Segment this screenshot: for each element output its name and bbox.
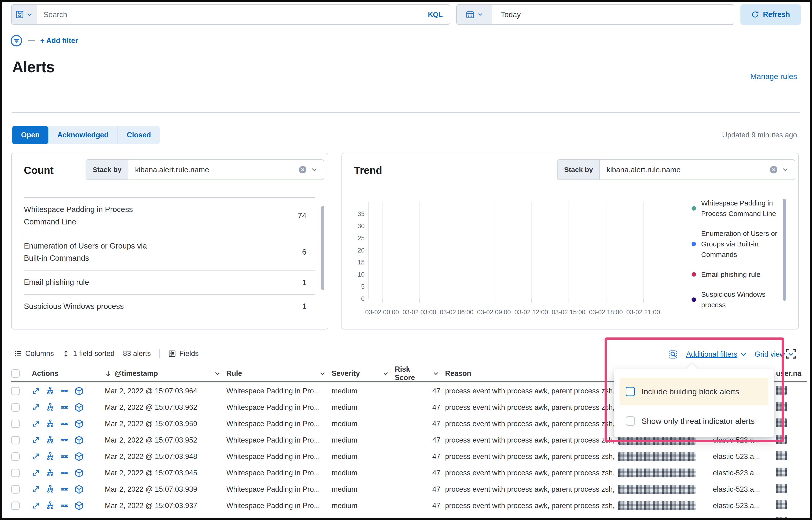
fields-button[interactable]: Fields [168, 349, 199, 358]
cell-timestamp[interactable]: Mar 2, 2022 @ 15:07:03.945 [105, 469, 226, 477]
cell-rule[interactable]: Whitespace Padding in Pro... [226, 452, 332, 461]
status-tab-closed[interactable]: Closed [118, 126, 160, 144]
cell-timestamp[interactable]: Mar 2, 2022 @ 15:07:03.935 [105, 518, 226, 520]
analyze-event-icon[interactable] [46, 452, 55, 461]
cell-rule[interactable]: Whitespace Padding in Pro... [226, 436, 332, 444]
cell-reason[interactable]: process event with process awk, parent p… [445, 518, 713, 520]
cell-rule[interactable]: Whitespace Padding in Pro... [226, 501, 332, 510]
analyze-event-icon[interactable] [46, 501, 55, 510]
cell-host[interactable]: elastic-523.a... [713, 469, 776, 477]
row-checkbox[interactable] [11, 518, 20, 520]
investigate-in-timeline-icon[interactable] [74, 403, 84, 412]
sort-fields-button[interactable]: 1 field sorted [62, 349, 115, 358]
cell-rule[interactable]: Whitespace Padding in Pro... [226, 403, 332, 412]
analyze-event-icon[interactable] [46, 485, 55, 494]
cell-host[interactable]: elastic-523.a... [713, 452, 776, 461]
more-actions-icon[interactable] [60, 420, 69, 428]
analyze-event-icon[interactable] [46, 518, 55, 520]
expand-alert-icon[interactable] [32, 387, 40, 395]
row-checkbox[interactable] [11, 403, 20, 412]
filter-option[interactable]: Show only threat indicator alerts [619, 411, 768, 431]
expand-alert-icon[interactable] [32, 403, 40, 412]
row-checkbox[interactable] [11, 387, 20, 395]
investigate-in-timeline-icon[interactable] [74, 501, 84, 511]
chevron-down-icon[interactable] [782, 166, 789, 173]
trend-stack-by-select[interactable]: Stack by kibana.alert.rule.name [557, 159, 795, 180]
more-actions-icon[interactable] [60, 403, 69, 412]
expand-alert-icon[interactable] [32, 452, 40, 461]
filter-option[interactable]: Include building block alerts [619, 378, 768, 405]
expand-alert-icon[interactable] [32, 420, 40, 428]
expand-alert-icon[interactable] [32, 501, 40, 510]
more-actions-icon[interactable] [60, 387, 69, 395]
legend-item[interactable]: Whitespace Padding in Process Command Li… [692, 198, 779, 219]
count-scrollbar[interactable] [321, 206, 324, 290]
column-menu-icon[interactable] [383, 370, 389, 376]
legend-scrollbar[interactable] [783, 199, 786, 301]
count-rule-name[interactable]: Email phishing rule [24, 276, 89, 289]
row-checkbox[interactable] [11, 485, 20, 494]
analyze-event-icon[interactable] [46, 387, 55, 395]
header-timestamp[interactable]: @timestamp [105, 369, 226, 378]
date-range-value[interactable]: Today [492, 10, 521, 19]
more-actions-icon[interactable] [60, 518, 69, 520]
cell-host[interactable]: elastic-523.a... [713, 501, 776, 510]
filter-option-checkbox[interactable] [625, 416, 635, 426]
row-checkbox[interactable] [11, 452, 20, 461]
cell-timestamp[interactable]: Mar 2, 2022 @ 15:07:03.964 [105, 387, 226, 395]
analyze-event-icon[interactable] [46, 419, 55, 428]
refresh-button[interactable]: Refresh [740, 4, 801, 25]
header-rule[interactable]: Rule [226, 369, 332, 378]
kql-button[interactable]: KQL [421, 10, 450, 19]
clear-icon[interactable] [770, 166, 777, 174]
cell-timestamp[interactable]: Mar 2, 2022 @ 15:07:03.962 [105, 403, 226, 412]
cell-reason[interactable]: process event with process awk, parent p… [445, 485, 713, 494]
additional-filters-button[interactable]: Additional filters [686, 350, 747, 359]
more-actions-icon[interactable] [60, 452, 69, 461]
count-rule-name[interactable]: Suspicious Windows process [24, 300, 124, 313]
status-tab-acknowledged[interactable]: Acknowledged [49, 126, 118, 144]
filter-set-icon[interactable] [10, 34, 23, 47]
cell-timestamp[interactable]: Mar 2, 2022 @ 15:07:03.952 [105, 436, 226, 444]
header-user[interactable]: user.na [776, 369, 810, 378]
investigate-in-timeline-icon[interactable] [74, 452, 84, 461]
column-menu-icon[interactable] [433, 370, 439, 376]
investigate-in-timeline-icon[interactable] [74, 386, 84, 396]
more-actions-icon[interactable] [60, 501, 69, 510]
investigate-in-timeline-icon[interactable] [74, 468, 84, 478]
row-checkbox[interactable] [11, 501, 20, 510]
count-rule-name[interactable]: Enumeration of Users or Groups via Built… [24, 240, 155, 265]
date-quick-select-button[interactable] [457, 5, 492, 24]
expand-alert-icon[interactable] [32, 436, 40, 444]
cell-rule[interactable]: Whitespace Padding in Pro... [226, 420, 332, 428]
cell-reason[interactable]: process event with process awk, parent p… [445, 501, 713, 510]
more-actions-icon[interactable] [60, 469, 69, 477]
status-tab-open[interactable]: Open [12, 126, 49, 144]
analyze-event-icon[interactable] [46, 436, 55, 445]
investigate-in-timeline-icon[interactable] [74, 485, 84, 494]
row-checkbox[interactable] [11, 420, 20, 428]
cell-timestamp[interactable]: Mar 2, 2022 @ 15:07:03.939 [105, 485, 226, 494]
filter-option-checkbox[interactable] [625, 387, 635, 396]
legend-item[interactable]: Suspicious Windows process [692, 289, 779, 310]
expand-alert-icon[interactable] [32, 469, 40, 477]
cell-timestamp[interactable]: Mar 2, 2022 @ 15:07:03.937 [105, 501, 226, 510]
cell-reason[interactable]: process event with process awk, parent p… [445, 452, 713, 461]
cell-host[interactable]: elastic-523.a... [713, 485, 776, 494]
columns-button[interactable]: Columns [14, 349, 54, 358]
investigate-in-timeline-icon[interactable] [74, 436, 84, 445]
cell-host[interactable]: elastic-523.a... [713, 518, 776, 520]
legend-item[interactable]: Email phishing rule [692, 269, 779, 280]
count-stack-by-select[interactable]: Stack by kibana.alert.rule.name [86, 159, 324, 180]
add-filter-button[interactable]: + Add filter [40, 36, 78, 45]
cell-rule[interactable]: Whitespace Padding in Pro... [226, 469, 332, 477]
count-rule-name[interactable]: Whitespace Padding in Process Command Li… [24, 203, 155, 228]
investigate-in-timeline-icon[interactable] [74, 517, 84, 520]
chevron-down-icon[interactable] [311, 166, 317, 173]
search-input[interactable] [36, 10, 421, 19]
cell-timestamp[interactable]: Mar 2, 2022 @ 15:07:03.959 [105, 420, 226, 428]
cell-host[interactable]: elastic-523.a... [713, 436, 776, 444]
select-all-checkbox[interactable] [11, 369, 20, 378]
manage-rules-link[interactable]: Manage rules [750, 72, 797, 81]
more-actions-icon[interactable] [60, 485, 69, 494]
